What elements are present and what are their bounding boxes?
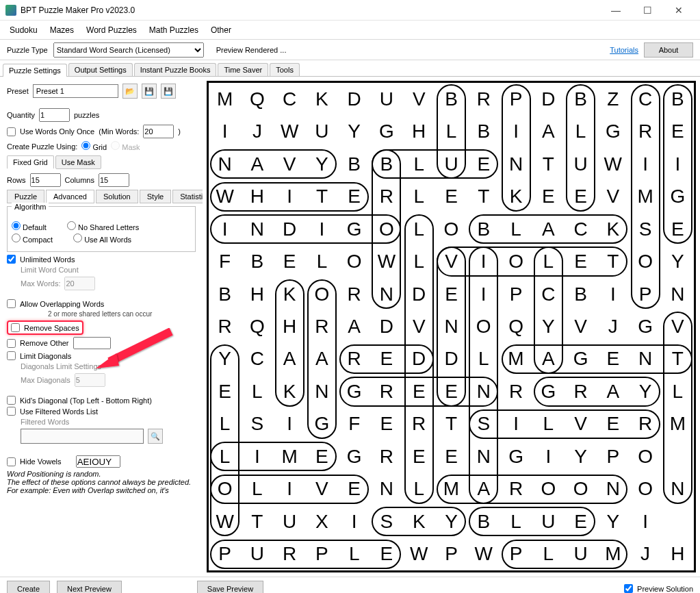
save-icon[interactable]: 💾 xyxy=(142,84,157,99)
menu-other[interactable]: Other xyxy=(211,25,231,35)
grid-cell: L xyxy=(241,473,273,505)
grid-cell: C xyxy=(274,83,306,115)
grid-cell: E xyxy=(435,180,467,212)
grid-cell: Y xyxy=(662,245,694,277)
grid-cell: M xyxy=(597,538,629,570)
grid-cell: E xyxy=(338,473,370,505)
grid-cell: P xyxy=(306,538,338,570)
grid-cell: V xyxy=(435,245,467,277)
tutorials-link[interactable]: Tutorials xyxy=(610,46,638,54)
next-preview-button[interactable]: Next Preview xyxy=(57,581,122,594)
filtered-words-input[interactable] xyxy=(21,429,144,444)
grid-cell: E xyxy=(338,180,370,212)
grid-cell: B xyxy=(662,83,694,115)
remove-spaces-highlight: Remove Spaces xyxy=(7,320,83,335)
grid-cell: T xyxy=(435,408,467,440)
create-button[interactable]: Create xyxy=(7,581,50,594)
grid-cell: C xyxy=(532,278,565,310)
grid-cell: Q xyxy=(241,83,273,115)
tab-instant-books[interactable]: Instant Puzzle Books xyxy=(134,63,217,76)
grid-cell: C xyxy=(241,343,273,375)
tab-tools[interactable]: Tools xyxy=(270,63,300,76)
grid-cell: N xyxy=(629,343,661,375)
algo-default-radio[interactable] xyxy=(12,221,21,230)
overlap-checkbox[interactable] xyxy=(7,299,16,308)
grid-cell: I xyxy=(597,278,629,310)
grid-cell: Y xyxy=(565,440,597,472)
grid-cell: I xyxy=(209,213,241,245)
tab2-statistics[interactable]: Statistics xyxy=(172,190,203,203)
create-mask-radio xyxy=(111,141,120,150)
grid-cell: N xyxy=(209,148,241,180)
hide-vowels-checkbox[interactable] xyxy=(7,457,16,466)
grid-cell: O xyxy=(306,278,338,310)
filtered-words-checkbox[interactable] xyxy=(7,407,16,416)
grid-cell: B xyxy=(467,115,500,147)
tab2-puzzle[interactable]: Puzzle xyxy=(7,190,44,203)
save-as-icon[interactable]: 💾 xyxy=(161,84,176,99)
rows-input[interactable] xyxy=(30,173,61,187)
close-button[interactable]: ✕ xyxy=(663,0,695,21)
limit-diagonals-checkbox[interactable] xyxy=(7,351,16,360)
about-button[interactable]: About xyxy=(644,42,693,58)
grid-cell: O xyxy=(338,245,370,277)
preset-input[interactable] xyxy=(33,84,118,98)
algo-useall-radio[interactable] xyxy=(73,234,82,242)
quantity-input[interactable] xyxy=(39,108,70,122)
grid-cell: I xyxy=(306,213,338,245)
algo-compact-radio[interactable] xyxy=(12,234,21,242)
preset-label: Preset xyxy=(7,87,29,95)
grid-cell: I xyxy=(629,148,661,180)
grid-cell: I xyxy=(209,115,241,147)
grid-cell: E xyxy=(532,180,565,212)
tab-output-settings[interactable]: Output Settings xyxy=(68,63,133,76)
max-words-input xyxy=(64,277,95,290)
algo-noshared-radio[interactable] xyxy=(67,221,76,230)
grid-cell: V xyxy=(597,180,629,212)
grid-cell: Y xyxy=(306,148,338,180)
minimize-button[interactable]: — xyxy=(600,0,632,21)
save-preview-button[interactable]: Save Preview xyxy=(197,581,263,594)
kids-diagonal-checkbox[interactable] xyxy=(7,396,16,405)
cols-input[interactable] xyxy=(99,173,129,187)
tab2-advanced[interactable]: Advanced xyxy=(46,190,94,203)
grid-cell: L xyxy=(403,213,435,245)
puzzle-type-select[interactable]: Standard Word Search (Licensed) xyxy=(53,42,204,58)
grid-cell: R xyxy=(306,310,338,342)
tab2-solution[interactable]: Solution xyxy=(96,190,138,203)
vowels-input[interactable] xyxy=(76,455,120,468)
use-words-once-checkbox[interactable] xyxy=(7,127,16,136)
grid-cell: A xyxy=(532,343,565,375)
grid-cell: P xyxy=(500,83,532,115)
tab2-style[interactable]: Style xyxy=(140,190,171,203)
remove-other-input[interactable] xyxy=(73,337,111,349)
subtab-fixed-grid[interactable]: Fixed Grid xyxy=(7,155,54,169)
menu-math-puzzles[interactable]: Math Puzzles xyxy=(149,25,198,35)
remove-other-checkbox[interactable] xyxy=(7,339,16,348)
grid-cell: I xyxy=(274,473,306,505)
grid-cell: U xyxy=(241,538,273,570)
menu-sudoku[interactable]: Sudoku xyxy=(10,25,38,35)
grid-cell: O xyxy=(629,473,661,505)
grid-cell: V xyxy=(403,310,435,342)
menu-mazes[interactable]: Mazes xyxy=(50,25,74,35)
grid-cell: E xyxy=(403,440,435,472)
search-icon[interactable]: 🔍 xyxy=(148,429,163,444)
preview-solution-checkbox[interactable] xyxy=(624,584,633,593)
unlimited-words-checkbox[interactable] xyxy=(7,255,16,264)
menu-word-puzzles[interactable]: Word Puzzles xyxy=(86,25,137,35)
grid-cell: V xyxy=(565,408,597,440)
create-grid-radio[interactable] xyxy=(81,141,90,150)
open-icon[interactable]: 📂 xyxy=(122,84,138,99)
remove-spaces-checkbox[interactable] xyxy=(11,323,20,332)
grid-cell: F xyxy=(209,245,241,277)
tab-time-saver[interactable]: Time Saver xyxy=(218,63,268,76)
maximize-button[interactable]: ☐ xyxy=(632,0,663,21)
grid-cell: L xyxy=(209,440,241,472)
grid-cell: E xyxy=(662,115,694,147)
min-words-input[interactable] xyxy=(143,125,174,138)
grid-cell: T xyxy=(467,180,500,212)
subtab-use-mask[interactable]: Use Mask xyxy=(55,155,101,169)
grid-cell: N xyxy=(597,473,629,505)
tab-puzzle-settings[interactable]: Puzzle Settings xyxy=(3,64,67,77)
